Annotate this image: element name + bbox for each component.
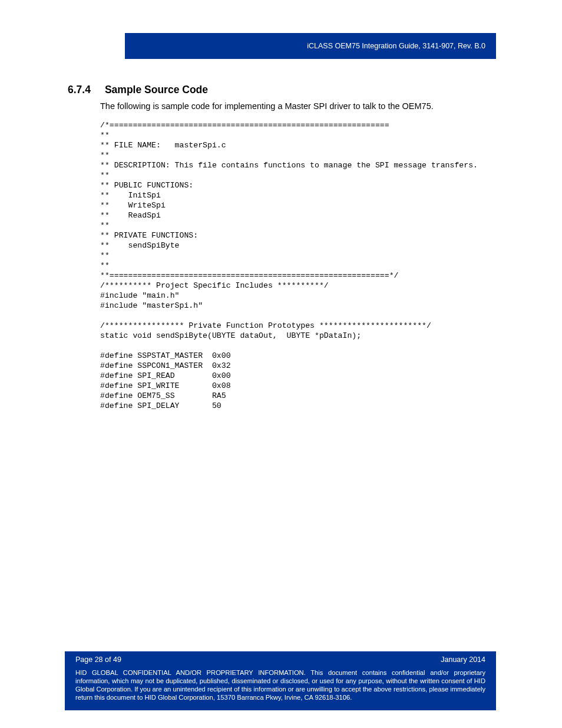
- footer-date: January 2014: [441, 655, 485, 664]
- page-number: Page 28 of 49: [75, 655, 121, 664]
- document-footer-bar: Page 28 of 49 January 2014 HID GLOBAL CO…: [65, 651, 496, 710]
- section-title: Sample Source Code: [105, 84, 208, 95]
- confidentiality-notice: HID GLOBAL CONFIDENTIAL AND/OR PROPRIETA…: [65, 667, 496, 705]
- section-intro-text: The following is sample code for impleme…: [100, 101, 434, 111]
- section-number: 6.7.4: [68, 84, 91, 96]
- document-header-bar: iCLASS OEM75 Integration Guide, 3141-907…: [125, 33, 496, 59]
- sample-source-code-block: /*======================================…: [100, 120, 530, 411]
- section-heading: 6.7.4Sample Source Code: [68, 84, 208, 96]
- document-title: iCLASS OEM75 Integration Guide, 3141-907…: [307, 42, 485, 50]
- footer-top-row: Page 28 of 49 January 2014: [65, 651, 496, 667]
